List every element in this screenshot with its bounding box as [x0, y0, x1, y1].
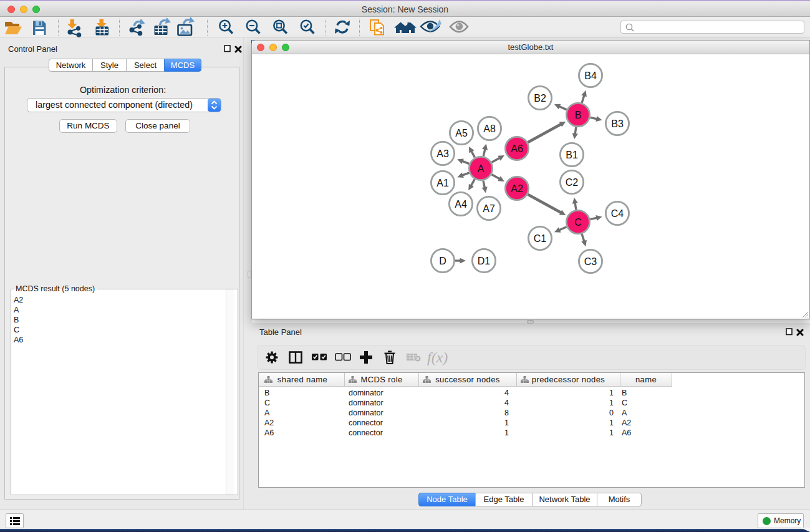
svg-text:B4: B4	[584, 70, 597, 81]
svg-text:f(x): f(x)	[427, 349, 448, 365]
svg-text:B1: B1	[566, 150, 578, 160]
svg-text:B: B	[575, 110, 582, 120]
svg-text:C: C	[574, 217, 582, 228]
svg-text:A7: A7	[483, 203, 495, 214]
svg-text:A8: A8	[483, 123, 496, 134]
svg-text:A1: A1	[436, 178, 449, 188]
svg-text:A: A	[478, 163, 485, 174]
svg-text:B3: B3	[611, 118, 624, 129]
svg-text:C3: C3	[584, 256, 597, 267]
svg-text:A2: A2	[511, 183, 523, 194]
svg-text:C1: C1	[534, 233, 547, 244]
svg-text:C2: C2	[566, 177, 579, 188]
svg-text:A4: A4	[455, 199, 467, 210]
svg-text:D: D	[439, 256, 446, 266]
svg-text:A5: A5	[455, 128, 468, 138]
svg-text:C4: C4	[611, 208, 624, 219]
svg-text:A3: A3	[436, 148, 449, 159]
svg-text:B2: B2	[534, 93, 546, 104]
svg-text:D1: D1	[478, 256, 491, 266]
svg-text:A6: A6	[511, 143, 523, 154]
